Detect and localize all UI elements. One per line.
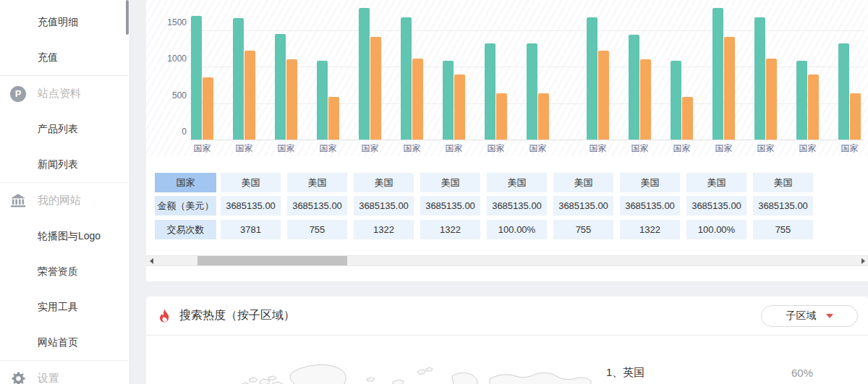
table-cell: 100.00% bbox=[686, 220, 746, 239]
stats-card: 050010001500国家国家国家国家国家国家国家国家国家国家国家国家国家国家… bbox=[146, 0, 868, 281]
table-cell: 3685135.00 bbox=[287, 196, 347, 216]
orange-series-bar[interactable] bbox=[454, 74, 465, 140]
table-cell: 1322 bbox=[354, 220, 414, 239]
bank-icon bbox=[11, 194, 25, 208]
sidebar-item[interactable]: 产品列表 bbox=[0, 111, 129, 147]
sidebar-section-header[interactable]: P站点资料 bbox=[0, 76, 129, 111]
teal-series-bar[interactable] bbox=[443, 61, 454, 140]
sidebar-item[interactable]: 轮播图与Logo bbox=[0, 218, 129, 254]
left-triangle-icon bbox=[150, 258, 153, 264]
table-cell: 3685135.00 bbox=[221, 196, 281, 216]
x-axis-category-label: 国家 bbox=[834, 142, 866, 155]
teal-series-bar[interactable] bbox=[233, 18, 244, 140]
sidebar-section-label: 设置 bbox=[38, 372, 59, 384]
sidebar-item[interactable]: 实用工具 bbox=[0, 289, 129, 325]
sidebar-item[interactable]: 充值 bbox=[0, 40, 129, 75]
bar-chart[interactable]: 050010001500国家国家国家国家国家国家国家国家国家国家国家国家国家国家… bbox=[146, 0, 868, 156]
orange-series-bar[interactable] bbox=[203, 77, 213, 140]
orange-series-bar[interactable] bbox=[682, 97, 693, 140]
table-cell: 755 bbox=[287, 220, 347, 239]
x-axis-category-label: 国家 bbox=[582, 142, 614, 155]
horizontal-scrollbar-thumb[interactable] bbox=[197, 256, 347, 265]
sidebar-section-label: 站点资料 bbox=[38, 87, 81, 101]
table-cell: 美国 bbox=[221, 173, 281, 192]
search-heat-card: 搜索热度（按子区域） 子区域 1、 bbox=[146, 296, 868, 384]
orange-series-bar[interactable] bbox=[538, 93, 549, 140]
table-cell: 1322 bbox=[420, 220, 480, 239]
orange-series-bar[interactable] bbox=[766, 59, 777, 140]
orange-series-bar[interactable] bbox=[808, 74, 819, 140]
sidebar-item[interactable]: 充值明细 bbox=[0, 4, 129, 40]
teal-series-bar[interactable] bbox=[527, 43, 537, 140]
teal-series-bar[interactable] bbox=[191, 16, 202, 140]
orange-series-bar[interactable] bbox=[496, 93, 507, 140]
teal-series-bar[interactable] bbox=[796, 61, 807, 140]
table-cell: 3685135.00 bbox=[686, 196, 746, 216]
orange-series-bar[interactable] bbox=[724, 37, 735, 140]
orange-series-bar[interactable] bbox=[244, 51, 255, 140]
scroll-right-arrow[interactable] bbox=[858, 256, 868, 265]
orange-series-bar[interactable] bbox=[286, 59, 297, 140]
table-cell: 3685135.00 bbox=[354, 196, 414, 216]
orange-series-bar[interactable] bbox=[598, 51, 609, 140]
table-cell: 3685135.00 bbox=[553, 196, 613, 216]
sidebar: 充值明细充值P站点资料产品列表新闻列表我的网站轮播图与Logo荣誉资质实用工具网… bbox=[0, 0, 130, 384]
table-cell: 美国 bbox=[420, 173, 480, 192]
orange-series-bar[interactable] bbox=[370, 37, 381, 140]
teal-series-bar[interactable] bbox=[629, 35, 639, 140]
teal-series-bar[interactable] bbox=[712, 8, 723, 140]
gear-icon bbox=[12, 372, 25, 384]
sidebar-item[interactable]: 荣誉资质 bbox=[0, 254, 129, 289]
table-cell: 美国 bbox=[553, 173, 613, 192]
ranking-item: 1、英国60% bbox=[606, 366, 813, 380]
sidebar-section-header[interactable]: 我的网站 bbox=[0, 183, 129, 218]
gear-icon bbox=[10, 371, 26, 384]
x-axis-category-label: 国家 bbox=[522, 142, 554, 155]
table-row-label: 国家 bbox=[155, 173, 216, 192]
x-axis-category-label: 国家 bbox=[792, 142, 824, 155]
sidebar-scrollbar-thumb[interactable] bbox=[126, 0, 129, 35]
teal-series-bar[interactable] bbox=[317, 61, 328, 140]
y-axis-tick-label: 1500 bbox=[155, 17, 187, 28]
table-cell: 100.00% bbox=[487, 220, 547, 239]
teal-series-bar[interactable] bbox=[838, 43, 849, 140]
table-cell: 美国 bbox=[487, 173, 547, 192]
table-cell: 3685135.00 bbox=[753, 196, 813, 216]
caret-down-icon bbox=[826, 314, 833, 318]
x-axis-category-label: 国家 bbox=[312, 142, 344, 155]
teal-series-bar[interactable] bbox=[587, 17, 597, 140]
table-cell: 美国 bbox=[354, 173, 414, 192]
subregion-dropdown-button[interactable]: 子区域 bbox=[761, 305, 858, 327]
table-cell: 1322 bbox=[620, 220, 680, 239]
orange-series-bar[interactable] bbox=[328, 97, 339, 140]
sidebar-item[interactable]: 新闻列表 bbox=[0, 147, 129, 182]
orange-series-bar[interactable] bbox=[412, 59, 423, 140]
table-row-label: 金额（美元） bbox=[155, 196, 216, 216]
horizontal-scrollbar[interactable] bbox=[146, 255, 868, 266]
teal-series-bar[interactable] bbox=[485, 43, 495, 140]
p-badge-icon: P bbox=[10, 86, 26, 102]
y-axis-tick-label: 0 bbox=[155, 126, 187, 137]
scroll-left-arrow[interactable] bbox=[146, 256, 156, 265]
orange-series-bar[interactable] bbox=[640, 59, 651, 140]
x-axis-category-label: 国家 bbox=[750, 142, 782, 155]
sidebar-item[interactable]: 网站首页 bbox=[0, 325, 129, 360]
x-axis-category-label: 国家 bbox=[187, 142, 218, 155]
teal-series-bar[interactable] bbox=[359, 8, 370, 140]
table-cell: 美国 bbox=[753, 173, 813, 192]
world-map bbox=[235, 360, 604, 384]
x-axis-category-label: 国家 bbox=[354, 142, 386, 155]
teal-series-bar[interactable] bbox=[275, 34, 286, 140]
ranking-item-label: 1、英国 bbox=[606, 366, 644, 380]
p-badge-icon: P bbox=[10, 86, 26, 102]
teal-series-bar[interactable] bbox=[671, 61, 681, 140]
x-axis-line bbox=[190, 140, 864, 140]
table-cell: 755 bbox=[553, 220, 613, 239]
sidebar-section-header[interactable]: 设置 bbox=[0, 361, 129, 384]
table-row-label: 交易次数 bbox=[155, 220, 216, 239]
x-axis-category-label: 国家 bbox=[708, 142, 740, 155]
teal-series-bar[interactable] bbox=[754, 17, 765, 140]
teal-series-bar[interactable] bbox=[401, 17, 412, 140]
x-axis-category-label: 国家 bbox=[438, 142, 470, 155]
orange-series-bar[interactable] bbox=[850, 93, 861, 140]
